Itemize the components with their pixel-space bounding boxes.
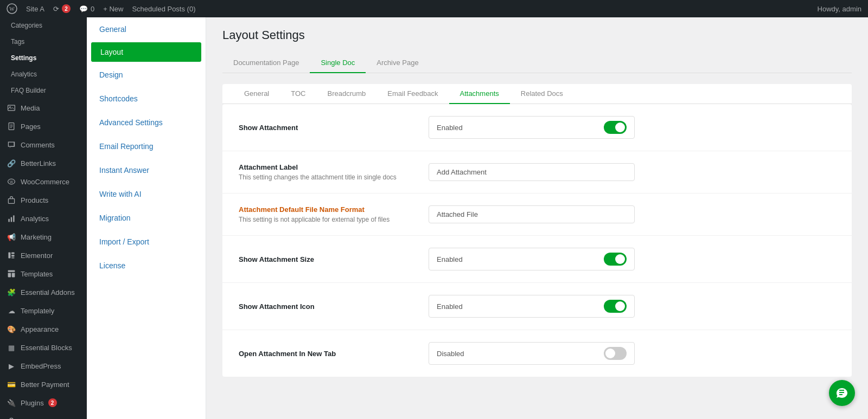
sidebar-item-categories[interactable]: Categories <box>0 17 87 34</box>
nav-item-license[interactable]: License <box>87 254 206 278</box>
tab-single-doc[interactable]: Single Doc <box>310 53 366 73</box>
sidebar-item-betterlinks[interactable]: 🔗 BetterLinks <box>0 154 87 172</box>
sidebar-item-essential-blocks[interactable]: ▦ Essential Blocks <box>0 338 87 357</box>
sidebar-item-settings[interactable]: Settings <box>0 50 87 66</box>
sidebar-item-marketing[interactable]: 📢 Marketing <box>0 228 87 246</box>
sidebar-item-templately[interactable]: ☁ Templately <box>0 301 87 320</box>
sidebar-item-users[interactable]: Users <box>0 412 87 419</box>
site-name-item[interactable]: Site A <box>26 5 44 13</box>
sidebar-item-plugins[interactable]: 🔌 Plugins 2 <box>0 394 87 412</box>
sidebar-item-tags[interactable]: Tags <box>0 34 87 50</box>
essential-addons-label: Essential Addons <box>21 288 75 296</box>
svg-rect-16 <box>11 255 15 256</box>
attachment-icon-label: Show Attachment Icon <box>239 302 429 311</box>
attachment-icon-value: Enabled <box>437 302 463 311</box>
attachment-file-input[interactable] <box>429 205 635 223</box>
sidebar-item-embedpress[interactable]: ▶ EmbedPress <box>0 357 87 375</box>
svg-rect-14 <box>8 252 10 258</box>
betterlinks-label: BetterLinks <box>21 159 56 167</box>
templates-icon <box>7 269 16 279</box>
scheduled-label: Scheduled Posts (0) <box>132 5 195 13</box>
attachment-icon-box: Enabled <box>429 295 635 318</box>
tab-archive-page[interactable]: Archive Page <box>366 53 429 73</box>
svg-rect-10 <box>8 199 14 204</box>
payment-icon: 💳 <box>7 379 16 389</box>
sidebar-item-media[interactable]: Media <box>0 99 87 117</box>
setting-row-show-attachment: Show Attachment Enabled <box>222 104 852 151</box>
show-attachment-slider <box>604 121 627 134</box>
tab-documentation-page[interactable]: Documentation Page <box>222 53 310 73</box>
sidebar-item-comments[interactable]: Comments <box>0 136 87 154</box>
sidebar-item-essential-addons[interactable]: 🧩 Essential Addons <box>0 283 87 301</box>
new-tab-value: Disabled <box>437 350 464 358</box>
svg-text:W: W <box>10 180 14 184</box>
sidebar-item-better-payment[interactable]: 💳 Better Payment <box>0 375 87 394</box>
updates-item[interactable]: ⟳ 2 <box>53 4 71 13</box>
attachment-label-label: Attachment Label <box>239 163 429 171</box>
tab-toc[interactable]: TOC <box>280 84 316 104</box>
settings-section: Show Attachment Enabled Attachment Label <box>222 104 852 377</box>
nav-item-layout[interactable]: Layout <box>91 42 201 62</box>
sidebar-item-templates[interactable]: Templates <box>0 265 87 283</box>
tab-attachments[interactable]: Attachments <box>449 84 510 104</box>
show-attachment-toggle[interactable] <box>604 121 627 134</box>
nav-item-shortcodes[interactable]: Shortcodes <box>87 87 206 111</box>
nav-item-instant-answer[interactable]: Instant Answer <box>87 158 206 182</box>
app-body: Categories Tags Settings Analytics FAQ B… <box>0 17 868 419</box>
tab-general[interactable]: General <box>233 84 280 104</box>
sidebar-item-faq-builder[interactable]: FAQ Builder <box>0 82 87 99</box>
sidebar-item-elementor[interactable]: Elementor <box>0 246 87 265</box>
nav-item-email-reporting[interactable]: Email Reporting <box>87 134 206 158</box>
nav-item-migration[interactable]: Migration <box>87 206 206 230</box>
chat-bubble[interactable] <box>829 380 855 406</box>
products-icon <box>7 195 16 205</box>
scheduled-posts-item[interactable]: Scheduled Posts (0) <box>132 5 195 13</box>
sidebar-item-appearance[interactable]: 🎨 Appearance <box>0 320 87 338</box>
attachment-file-label: Attachment Default File Name Format <box>239 205 429 214</box>
tab-email-feedback[interactable]: Email Feedback <box>376 84 449 104</box>
settings-label: Settings <box>11 54 36 62</box>
svg-rect-13 <box>13 215 14 222</box>
nav-item-import-export[interactable]: Import / Export <box>87 230 206 254</box>
elementor-icon <box>7 250 16 260</box>
new-tab-toggle[interactable] <box>604 347 627 360</box>
nav-item-general[interactable]: General <box>87 17 206 41</box>
nav-import-label: Import / Export <box>99 237 149 246</box>
woocommerce-label: WooCommerce <box>21 178 69 186</box>
plugins-badge: 2 <box>48 398 57 407</box>
nav-email-label: Email Reporting <box>99 142 154 151</box>
admin-bar: W Site A ⟳ 2 💬 0 + New Scheduled Posts (… <box>0 0 868 17</box>
nav-item-write-with-ai[interactable]: Write with AI <box>87 182 206 206</box>
setting-row-open-attachment-new-tab: Open Attachment In New Tab Disabled <box>222 330 852 377</box>
svg-rect-20 <box>12 273 15 277</box>
media-icon <box>7 103 16 113</box>
tab-related-docs[interactable]: Related Docs <box>510 84 574 104</box>
nav-item-advanced-settings[interactable]: Advanced Settings <box>87 111 206 134</box>
sidebar-item-pages[interactable]: Pages <box>0 117 87 136</box>
sidebar-item-analytics2[interactable]: Analytics <box>0 209 87 228</box>
tab-breadcrumb[interactable]: Breadcrumb <box>316 84 376 104</box>
categories-label: Categories <box>11 22 42 29</box>
plugins-label: Plugins <box>21 399 44 407</box>
comment-icon: 💬 <box>79 5 88 13</box>
marketing-icon: 📢 <box>7 232 16 242</box>
comments-item[interactable]: 💬 0 <box>79 5 94 13</box>
sidebar-item-analytics[interactable]: Analytics <box>0 66 87 82</box>
attachment-icon-toggle[interactable] <box>604 300 627 313</box>
sidebar-item-woocommerce[interactable]: W WooCommerce <box>0 172 87 191</box>
show-attachment-box: Enabled <box>429 116 635 139</box>
setting-control-new-tab: Disabled <box>429 342 835 365</box>
wp-logo-item[interactable]: W <box>7 3 17 14</box>
attachment-size-toggle[interactable] <box>604 253 627 266</box>
attachment-label-input[interactable] <box>429 163 635 181</box>
comments-icon <box>7 140 16 150</box>
nav-item-design[interactable]: Design <box>87 63 206 87</box>
new-item[interactable]: + New <box>103 5 123 13</box>
sidebar-item-products[interactable]: Products <box>0 191 87 209</box>
setting-label-col-show-attachment: Show Attachment <box>239 124 429 132</box>
nav-design-label: Design <box>99 70 123 79</box>
svg-rect-11 <box>8 219 9 222</box>
setting-control-attachment-label <box>429 163 835 181</box>
nav-panel: General Layout Design Shortcodes Advance… <box>87 17 206 419</box>
setting-control-show-attachment: Enabled <box>429 116 835 139</box>
